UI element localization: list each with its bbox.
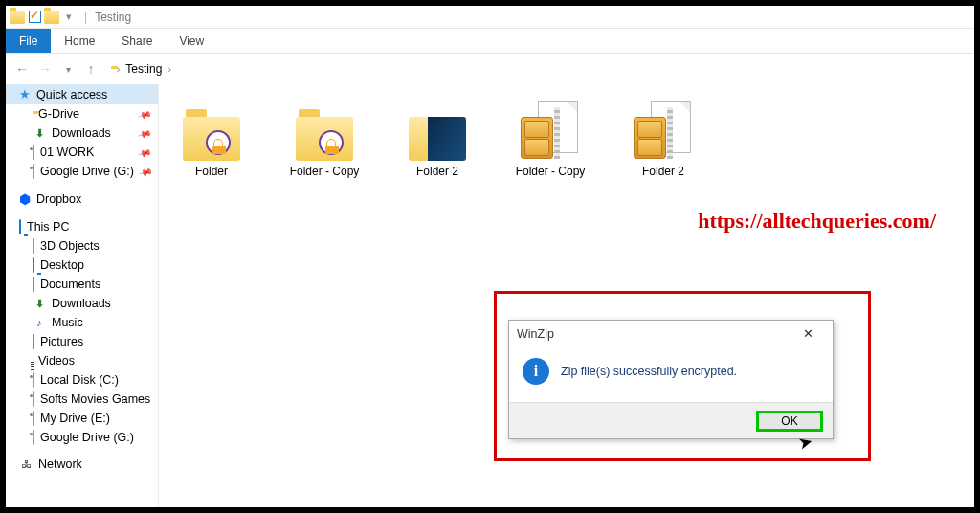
sidebar-item-label: Documents — [40, 278, 100, 291]
close-button[interactable]: ✕ — [791, 323, 825, 345]
titlebar-separator: | — [80, 11, 91, 24]
folder-icon — [177, 103, 246, 161]
pin-icon: 📌 — [138, 164, 153, 179]
download-icon: ⬇ — [33, 297, 46, 310]
drive-icon — [33, 145, 34, 159]
sidebar-item-label: Desktop — [40, 258, 84, 272]
sidebar-item-label: Google Drive (G:) — [40, 431, 134, 444]
download-icon: ⬇ — [33, 126, 46, 140]
ribbon-tabs: File Home Share View — [6, 29, 974, 54]
zip-file-item[interactable]: Folder 2 — [620, 103, 706, 178]
watermark-text: https://alltechqueries.com/ — [698, 209, 936, 234]
sidebar-item-label: Softs Movies Games — [40, 392, 150, 406]
sidebar-item-label: This PC — [27, 220, 69, 234]
star-icon: ★ — [19, 87, 31, 101]
ribbon-tab-home[interactable]: Home — [51, 29, 108, 53]
breadcrumb-segment[interactable]: Testing — [125, 62, 162, 76]
dialog-footer: OK — [509, 402, 833, 438]
zip-icon — [629, 103, 698, 161]
sidebar-item-documents[interactable]: Documents — [6, 275, 158, 294]
breadcrumb-bar: ← → ▾ ↑ › Testing › — [6, 54, 974, 84]
dialog-title: WinZip — [517, 327, 554, 341]
drive-icon — [33, 165, 34, 178]
sidebar-item-googledrive-g[interactable]: Google Drive (G:) 📌 — [6, 162, 158, 181]
sidebar-item-label: Network — [38, 457, 82, 471]
breadcrumb[interactable]: › Testing › — [105, 60, 177, 78]
item-label: Folder - Copy — [516, 165, 586, 178]
quick-access-toolbar: ▾ — [6, 10, 80, 25]
sidebar-item-this-pc[interactable]: This PC — [6, 217, 158, 236]
info-icon: i — [523, 358, 549, 385]
sidebar-item-label: Downloads — [52, 126, 111, 140]
zip-file-item[interactable]: Folder - Copy — [507, 103, 593, 178]
back-button[interactable]: ← — [13, 60, 31, 78]
sidebar-item-downloads-pc[interactable]: ⬇ Downloads — [6, 294, 158, 313]
sidebar-item-downloads[interactable]: ⬇ Downloads 📌 — [6, 123, 158, 143]
window-title: Testing — [91, 11, 131, 24]
items-grid: Folder Folder - Copy Folder 2 Folder - C… — [168, 103, 965, 178]
qat-dropdown-icon[interactable]: ▾ — [61, 10, 77, 25]
sidebar-item-network[interactable]: 🖧 Network — [6, 455, 158, 474]
drive-icon — [33, 431, 34, 444]
sidebar-item-label: Downloads — [52, 297, 111, 310]
folder-item[interactable]: Folder 2 — [394, 103, 480, 178]
sidebar-item-label: My Drive (E:) — [40, 412, 110, 425]
item-label: Folder - Copy — [290, 165, 360, 178]
chevron-right-icon: › — [167, 64, 170, 75]
dropbox-icon: ⬢ — [19, 191, 31, 207]
pin-icon: 📌 — [137, 125, 152, 141]
sidebar-item-desktop[interactable]: Desktop — [6, 256, 158, 275]
sidebar-item-label: Local Disk (C:) — [40, 373, 119, 387]
zip-icon — [516, 103, 585, 161]
sidebar-item-label: Pictures — [40, 335, 83, 348]
music-icon: ♪ — [33, 316, 46, 329]
sidebar-item-label: Videos — [38, 354, 75, 368]
sidebar-item-label: Music — [52, 316, 83, 329]
ribbon-tab-view[interactable]: View — [166, 29, 217, 53]
up-button[interactable]: ↑ — [82, 60, 100, 78]
folder-icon — [403, 103, 472, 161]
sidebar-item-softs[interactable]: Softs Movies Games — [6, 390, 158, 409]
sidebar-item-videos[interactable]: Videos — [6, 351, 158, 370]
sidebar-item-local-c[interactable]: Local Disk (C:) — [6, 370, 158, 390]
folder-icon — [44, 10, 59, 25]
properties-icon[interactable] — [27, 10, 42, 25]
folder-item[interactable]: Folder - Copy — [281, 103, 368, 178]
folder-item[interactable]: Folder — [168, 103, 255, 178]
sidebar-item-label: Google Drive (G:) — [40, 165, 134, 178]
ribbon-tab-share[interactable]: Share — [108, 29, 166, 53]
dialog-body: i Zip file(s) successfully encrypted. — [509, 346, 833, 402]
ok-button-label: OK — [781, 414, 797, 428]
cube-icon — [33, 239, 34, 253]
sidebar-item-googledrive-g-pc[interactable]: Google Drive (G:) — [6, 428, 158, 447]
sidebar-item-label: 01 WORK — [40, 145, 94, 159]
item-label: Folder 2 — [416, 165, 458, 178]
drive-icon — [33, 392, 34, 406]
sidebar-item-label: G-Drive — [38, 107, 79, 121]
sidebar-item-label: 3D Objects — [40, 239, 100, 253]
sidebar-item-work[interactable]: 01 WORK 📌 — [6, 143, 158, 162]
picture-icon — [33, 335, 34, 348]
sidebar-item-quick-access[interactable]: ★ Quick access — [6, 84, 158, 104]
sidebar-item-label: Dropbox — [36, 192, 81, 206]
pin-icon: 📌 — [137, 106, 152, 122]
sidebar-item-dropbox[interactable]: ⬢ Dropbox — [6, 189, 158, 210]
pc-icon — [19, 220, 21, 234]
desktop-icon — [33, 258, 34, 272]
ribbon-tab-file[interactable]: File — [6, 29, 51, 53]
forward-button[interactable]: → — [36, 60, 54, 78]
sidebar-item-gdrive[interactable]: G-Drive 📌 — [6, 104, 158, 123]
pin-icon: 📌 — [137, 145, 152, 160]
sidebar-item-3d-objects[interactable]: 3D Objects — [6, 236, 158, 256]
recent-dropdown[interactable]: ▾ — [59, 60, 77, 78]
sidebar-item-label: Quick access — [36, 88, 107, 101]
ok-button[interactable]: OK — [756, 411, 823, 432]
item-label: Folder — [195, 165, 228, 178]
sidebar-item-pictures[interactable]: Pictures — [6, 332, 158, 351]
sidebar-item-music[interactable]: ♪ Music — [6, 313, 158, 332]
sidebar-item-mydrive-e[interactable]: My Drive (E:) — [6, 409, 158, 428]
navigation-pane: ★ Quick access G-Drive 📌 ⬇ Downloads 📌 0… — [6, 84, 159, 507]
dialog-titlebar: WinZip ✕ — [509, 321, 833, 346]
titlebar: ▾ | Testing — [6, 6, 974, 29]
network-icon: 🖧 — [19, 457, 33, 471]
